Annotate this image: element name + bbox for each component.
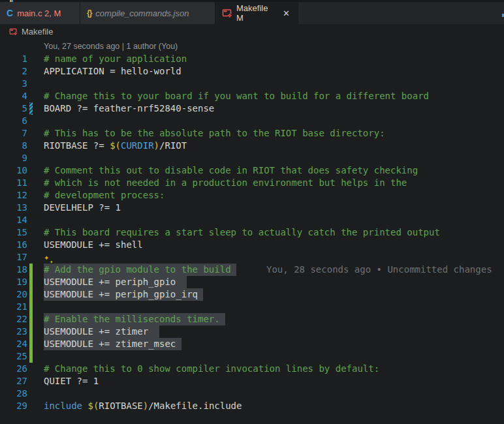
tab-label: main.c 2, M [17, 8, 61, 18]
git-added-gutter-indicator [29, 264, 33, 276]
code-line[interactable]: 13DEVELHELP ?= 1 [0, 202, 504, 214]
line-content: APPLICATION = hello-world [44, 65, 181, 78]
code-line[interactable]: 10# Comment this out to disable code in … [0, 164, 504, 177]
line-number[interactable]: 13 [0, 202, 27, 214]
line-number[interactable]: 25 [0, 350, 27, 363]
selection-highlight: USEMODULE += periph_gpio [44, 276, 187, 288]
code-line[interactable]: 17✦✦ [0, 251, 504, 264]
line-number[interactable]: 21 [0, 301, 27, 313]
code-line[interactable]: 19USEMODULE += periph_gpio [0, 276, 504, 288]
breadcrumb[interactable]: Makefile [0, 24, 504, 39]
line-number[interactable]: 28 [0, 387, 27, 400]
code-line[interactable]: 8RIOTBASE ?= $(CURDIR)/RIOT [0, 140, 504, 152]
code-line[interactable]: 12# development process: [0, 189, 504, 202]
line-number[interactable]: 29 [0, 400, 27, 412]
code-line[interactable]: 7# This has to be the absolute path to t… [0, 127, 504, 140]
close-icon[interactable]: ✕ [281, 8, 291, 18]
line-number[interactable]: 23 [0, 326, 27, 338]
line-content: # which is not needed in a production en… [44, 177, 407, 189]
ai-sparkle-icon[interactable]: ✦✦ [44, 252, 49, 262]
line-number[interactable]: 15 [0, 226, 27, 239]
line-number[interactable]: 9 [0, 152, 27, 164]
line-number[interactable]: 14 [0, 214, 27, 226]
line-content: QUIET ?= 1 [44, 375, 99, 387]
line-number[interactable]: 17 [0, 251, 27, 264]
code-editor[interactable]: You, 27 seconds ago | 1 author (You) 1# … [0, 39, 504, 424]
line-number[interactable]: 24 [0, 338, 27, 350]
line-content [44, 301, 77, 313]
code-line[interactable]: 3 [0, 78, 504, 90]
tab-label: Makefile M [236, 3, 275, 23]
code-line[interactable]: 4# Change this to your board if you want… [0, 90, 504, 102]
editor-tab-bar: C main.c 2, M {} compile_commands.json M… [0, 2, 504, 24]
breadcrumb-item-makefile[interactable]: Makefile [22, 27, 53, 37]
line-content: # This has to be the absolute path to th… [44, 127, 385, 140]
line-content: USEMODULE += ztimer [44, 326, 159, 338]
line-number[interactable]: 27 [0, 375, 27, 387]
code-line[interactable]: 22# Enable the milliseconds timer. [0, 313, 504, 326]
line-number[interactable]: 6 [0, 115, 27, 127]
line-content: # name of your application [44, 53, 187, 65]
code-line[interactable]: 29include $(RIOTBASE)/Makefile.include [0, 400, 504, 412]
selection-highlight: # Add the gpio module to the build [44, 264, 236, 276]
line-number[interactable]: 20 [0, 288, 27, 301]
line-content: # Change this to 0 show compiler invocat… [44, 363, 379, 375]
line-number[interactable]: 2 [0, 65, 27, 78]
selection-highlight: USEMODULE += periph_gpio_irq [44, 288, 203, 301]
codelens-authors[interactable]: You, 27 seconds ago | 1 author (You) [0, 39, 504, 53]
line-content: # Change this to your board if you want … [44, 90, 429, 102]
code-line[interactable]: 23USEMODULE += ztimer [0, 326, 504, 338]
line-number[interactable]: 5 [0, 102, 27, 115]
code-line[interactable]: 27QUIET ?= 1 [0, 375, 504, 387]
line-content: # Enable the milliseconds timer. [44, 313, 225, 326]
line-content: # Comment this out to disable code in RI… [44, 164, 418, 177]
tab-main-c[interactable]: C main.c 2, M [0, 2, 80, 24]
line-content: include $(RIOTBASE)/Makefile.include [44, 400, 242, 412]
code-line[interactable]: 21 [0, 301, 504, 313]
line-content: USEMODULE += periph_gpio_irq [44, 288, 203, 301]
line-number[interactable]: 11 [0, 177, 27, 189]
line-content: RIOTBASE ?= $(CURDIR)/RIOT [44, 140, 187, 152]
git-added-gutter-indicator [29, 338, 33, 350]
code-line[interactable]: 18# Add the gpio module to the buildYou,… [0, 264, 504, 276]
code-line[interactable]: 16USEMODULE += shell [0, 239, 504, 251]
tab-makefile[interactable]: Makefile M ✕ [215, 2, 298, 24]
line-number[interactable]: 10 [0, 164, 27, 177]
git-added-gutter-indicator [29, 301, 33, 313]
code-line[interactable]: 26# Change this to 0 show compiler invoc… [0, 363, 504, 375]
code-line[interactable]: 14 [0, 214, 504, 226]
code-line[interactable]: 6 [0, 115, 504, 127]
code-line[interactable]: 1# name of your application [0, 53, 504, 65]
line-content: USEMODULE += ztimer_msec [44, 338, 181, 350]
line-number[interactable]: 7 [0, 127, 27, 140]
line-number[interactable]: 8 [0, 140, 27, 152]
line-number[interactable]: 3 [0, 78, 27, 90]
git-added-gutter-indicator [29, 326, 33, 338]
selection-highlight: # Enable the milliseconds timer. [44, 313, 225, 326]
line-number[interactable]: 19 [0, 276, 27, 288]
line-content: # development process: [44, 189, 165, 202]
line-number[interactable]: 12 [0, 189, 27, 202]
code-line[interactable]: 2APPLICATION = hello-world [0, 65, 504, 78]
line-number[interactable]: 4 [0, 90, 27, 102]
inline-blame-annotation: You, 28 seconds ago • Uncommitted change… [266, 264, 492, 276]
tab-compile-commands-json[interactable]: {} compile_commands.json [80, 2, 215, 24]
line-number[interactable]: 18 [0, 264, 27, 276]
line-number[interactable]: 16 [0, 239, 27, 251]
line-content: # Add the gpio module to the build [44, 264, 236, 276]
code-line[interactable]: 25 [0, 350, 504, 363]
code-line[interactable]: 20USEMODULE += periph_gpio_irq [0, 288, 504, 301]
line-number[interactable]: 26 [0, 363, 27, 375]
code-line[interactable]: 5BOARD ?= feather-nrf52840-sense [0, 102, 504, 115]
code-line[interactable]: 15# This board requires a start sleep to… [0, 226, 504, 239]
code-line[interactable]: 9 [0, 152, 504, 164]
line-content: ✦✦ [44, 251, 49, 264]
line-number[interactable]: 1 [0, 53, 27, 65]
tab-label: compile_commands.json [95, 8, 189, 18]
json-icon: {} [87, 8, 91, 18]
code-line[interactable]: 11# which is not needed in a production … [0, 177, 504, 189]
code-line[interactable]: 24USEMODULE += ztimer_msec [0, 338, 504, 350]
code-line[interactable]: 28 [0, 387, 504, 400]
line-number[interactable]: 22 [0, 313, 27, 326]
selection-highlight: USEMODULE += ztimer [44, 326, 159, 338]
